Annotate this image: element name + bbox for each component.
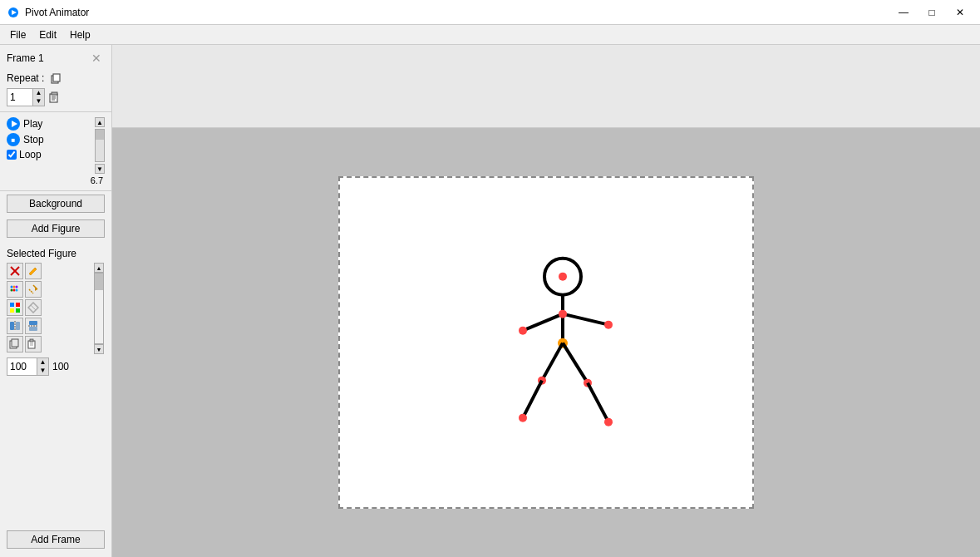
figure-tools-row3 [7,299,91,316]
svg-point-51 [519,414,527,422]
frame-name: Frame 1 [7,52,44,64]
maximize-button[interactable]: □ [918,3,945,22]
svg-line-19 [29,289,33,293]
figure-tools-container: ▲ ▼ [7,263,105,354]
title-bar-left: Pivot Animator [7,6,89,19]
figure-tools-row2 [7,281,91,298]
fps-label: 6.7 [7,175,103,185]
frame-header: Frame 1 ✕ [7,50,105,67]
minimize-button[interactable]: — [890,3,917,22]
flip-h-icon [9,320,21,332]
svg-rect-23 [10,308,14,313]
selected-figure-label: Selected Figure [7,248,105,259]
menu-bar: File Edit Help [0,25,980,45]
playback-controls: Play Stop Loop [7,117,91,160]
transform-button[interactable] [25,299,42,316]
svg-rect-31 [29,327,37,331]
svg-line-26 [31,305,36,310]
frame-delete-button[interactable]: ✕ [88,50,105,67]
add-figure-button[interactable]: Add Figure [7,219,105,238]
figure-tools-scrollbar: ▲ ▼ [93,263,105,354]
speed-down-button[interactable]: ▼ [95,164,105,174]
paste-figure-button[interactable] [25,336,42,352]
svg-rect-28 [16,322,20,330]
svg-rect-27 [10,322,14,330]
spinner-buttons: ▲ ▼ [32,89,44,106]
edit-figure-button[interactable] [25,263,42,279]
svg-point-46 [559,310,567,318]
figure-tools-row4 [7,318,91,334]
playback-section: Play Stop Loop ▲ [0,112,111,191]
spinner-down[interactable]: ▼ [32,97,44,106]
paste-button[interactable] [47,89,63,106]
color-button[interactable] [7,299,23,316]
transform-icon [27,302,39,313]
menu-edit[interactable]: Edit [32,27,63,42]
canvas-area [112,45,980,557]
svg-line-48 [542,343,563,381]
size-spinner[interactable]: ▲ ▼ [7,357,49,376]
merge-figures-button[interactable] [7,281,23,298]
copy-icon [50,72,62,84]
size-spinner-buttons: ▲ ▼ [37,358,48,375]
flip-v-icon [27,320,39,332]
size-input[interactable] [7,360,37,373]
background-btn-container: Background [0,191,111,219]
menu-file[interactable]: File [3,27,32,42]
add-frame-button[interactable]: Add Frame [7,530,105,549]
delete-icon [9,265,21,277]
repeat-spinner-row: 1 ▲ ▼ [7,88,105,106]
stickman-container [480,252,646,454]
play-label[interactable]: Play [23,118,42,130]
loop-checkbox[interactable] [7,150,17,160]
flip-v-button[interactable] [25,318,42,334]
canvas-white[interactable] [338,176,754,509]
move-figure-button[interactable] [25,281,42,298]
tools-scroll-up[interactable]: ▲ [94,263,104,273]
title-bar-controls: — □ ✕ [890,3,973,22]
colors-icon [9,302,21,313]
menu-help[interactable]: Help [63,27,97,42]
svg-line-52 [563,343,588,383]
repeat-input[interactable]: 1 [7,91,32,104]
app-title: Pivot Animator [25,7,89,18]
stop-icon [7,133,20,146]
left-panel: Frame 1 ✕ Repeat : 1 ▲ ▼ [0,45,112,557]
spinner-up[interactable]: ▲ [32,89,44,97]
loop-label: Loop [19,149,42,160]
animation-canvas [112,128,980,557]
frame-copy-button[interactable] [47,70,64,86]
repeat-row: Repeat : [7,70,105,86]
figure-tools-row1 [7,263,91,279]
tools-scroll-down[interactable]: ▼ [94,344,104,354]
background-button[interactable]: Background [7,195,105,213]
delete-figure-button[interactable] [7,263,23,279]
size-row: ▲ ▼ 100 [7,357,105,376]
svg-rect-36 [30,339,33,342]
size-down-button[interactable]: ▼ [37,367,48,375]
svg-point-12 [11,286,13,288]
edit-icon [27,265,39,277]
size-up-button[interactable]: ▲ [37,358,48,367]
speed-up-button[interactable]: ▲ [95,117,105,127]
copy-figure-button[interactable] [7,336,23,352]
frame-section: Frame 1 ✕ Repeat : 1 ▲ ▼ [0,45,111,112]
svg-point-45 [604,321,613,329]
speed-thumb[interactable] [96,130,104,140]
tools-scroll-thumb[interactable] [95,274,103,290]
stop-label[interactable]: Stop [23,134,44,145]
add-frame-container: Add Frame [0,525,111,557]
speed-track [95,129,105,162]
svg-rect-21 [10,303,14,307]
flip-h-button[interactable] [7,318,23,334]
repeat-spinner[interactable]: 1 ▲ ▼ [7,88,45,106]
svg-line-42 [523,314,563,331]
stickman-svg [480,252,646,451]
close-button[interactable]: ✕ [947,3,973,22]
svg-rect-3 [53,74,60,81]
svg-rect-34 [12,339,18,347]
svg-point-16 [16,286,18,288]
figure-tools-row5 [7,336,91,352]
stop-row: Stop [7,133,91,146]
svg-point-13 [13,286,16,288]
